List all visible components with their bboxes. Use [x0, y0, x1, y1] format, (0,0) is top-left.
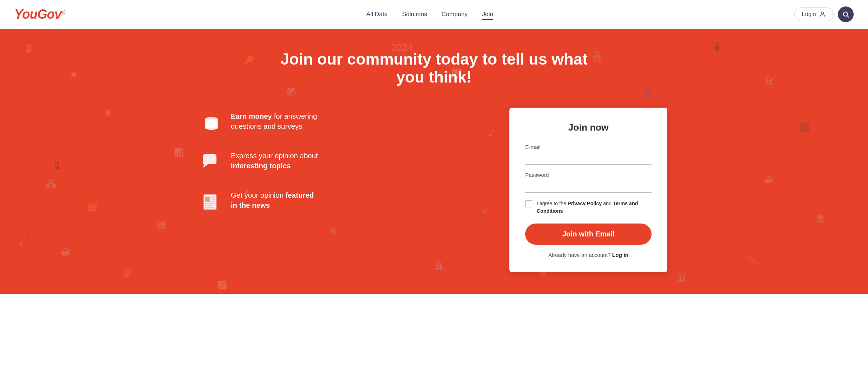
svg-rect-13: [205, 197, 210, 202]
coins-icon: [201, 111, 222, 133]
join-email-button[interactable]: Join with Email: [525, 224, 652, 245]
nav-link-all-data[interactable]: All Data: [366, 11, 388, 18]
password-label: Password: [525, 172, 652, 178]
email-field-container: E-mail: [525, 144, 652, 165]
hero-features: Earn money for answeringquestions and su…: [201, 108, 488, 212]
join-card: Join now E-mail Password I agree to the …: [509, 108, 667, 272]
user-icon: [819, 11, 826, 18]
nav-item-all-data[interactable]: All Data: [366, 11, 388, 18]
logo[interactable]: YouGov®: [14, 7, 65, 22]
log-in-link[interactable]: Log in: [612, 252, 628, 258]
nav-link-company[interactable]: Company: [442, 11, 468, 18]
navbar: YouGov® All Data Solutions Company Join …: [0, 0, 868, 29]
already-account-text: Already have an account? Log in: [525, 252, 652, 258]
agree-checkbox[interactable]: [525, 200, 532, 207]
password-input[interactable]: [525, 180, 652, 193]
hero-section: ₿ ★ ⛪ 🎒 🖥 👑 ☕ 🍔 📊 🏢 📈 🔑 🎲 2024 📊 🎸 💻 🎤 🔒…: [0, 29, 868, 294]
svg-point-9: [205, 117, 218, 121]
chat-icon: [201, 151, 222, 172]
svg-line-2: [847, 16, 849, 18]
svg-rect-14: [211, 197, 215, 198]
email-input[interactable]: [525, 152, 652, 165]
svg-rect-16: [211, 201, 215, 202]
svg-point-0: [821, 12, 824, 14]
hero-content: Earn money for answeringquestions and su…: [201, 108, 667, 272]
navbar-right: Login: [794, 6, 854, 22]
newspaper-icon: [201, 190, 222, 212]
svg-marker-11: [203, 164, 208, 168]
svg-rect-18: [205, 205, 213, 206]
feature-featured-news-text: Get your opinion featuredin the news: [231, 190, 314, 210]
password-field-container: Password: [525, 172, 652, 193]
feature-featured-news: Get your opinion featuredin the news: [201, 190, 488, 212]
svg-rect-17: [205, 203, 215, 204]
privacy-policy-link[interactable]: Privacy Policy: [568, 201, 602, 206]
nav-link-join[interactable]: Join: [482, 11, 493, 20]
agree-row: I agree to the Privacy Policy and Terms …: [525, 200, 652, 215]
nav-link-solutions[interactable]: Solutions: [402, 11, 427, 18]
svg-rect-15: [211, 199, 215, 200]
login-label: Login: [802, 11, 816, 18]
svg-rect-19: [205, 207, 214, 208]
search-button[interactable]: [838, 6, 854, 22]
nav-item-solutions[interactable]: Solutions: [402, 11, 427, 18]
join-card-title: Join now: [525, 122, 652, 133]
feature-express-opinion-text: Express your opinion aboutinteresting to…: [231, 151, 318, 171]
hero-title: Join our community today to tell us what…: [272, 50, 596, 86]
nav-item-join[interactable]: Join: [482, 11, 493, 18]
agree-text: I agree to the Privacy Policy and Terms …: [537, 200, 652, 215]
nav-item-company[interactable]: Company: [442, 11, 468, 18]
login-button[interactable]: Login: [794, 8, 834, 21]
svg-rect-10: [203, 154, 216, 164]
feature-earn-money-text: Earn money for answeringquestions and su…: [231, 111, 317, 131]
email-label: E-mail: [525, 144, 652, 150]
main-nav: All Data Solutions Company Join: [366, 11, 493, 18]
feature-earn-money: Earn money for answeringquestions and su…: [201, 111, 488, 133]
svg-point-1: [843, 12, 848, 16]
feature-express-opinion: Express your opinion aboutinteresting to…: [201, 151, 488, 172]
